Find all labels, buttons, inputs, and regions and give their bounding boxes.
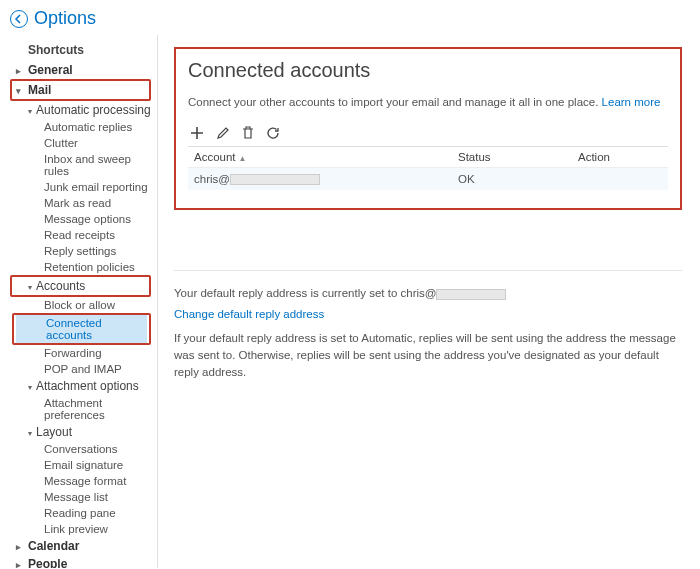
- page-header: Options: [0, 0, 700, 35]
- sidebar-layout[interactable]: Layout: [10, 423, 157, 441]
- page-title: Options: [34, 8, 96, 29]
- sidebar-item-junk-reporting[interactable]: Junk email reporting: [10, 179, 157, 195]
- edit-icon[interactable]: [216, 126, 230, 140]
- sidebar-attachment-options[interactable]: Attachment options: [10, 377, 157, 395]
- learn-more-link[interactable]: Learn more: [602, 96, 661, 108]
- sidebar-item-attachment-prefs[interactable]: Attachment preferences: [10, 395, 157, 423]
- sidebar-item-reading-pane[interactable]: Reading pane: [10, 505, 157, 521]
- highlight-accounts: Accounts: [10, 275, 151, 297]
- col-account[interactable]: Account▲: [188, 147, 452, 168]
- sidebar-item-reply-settings[interactable]: Reply settings: [10, 243, 157, 259]
- sidebar-item-mark-read[interactable]: Mark as read: [10, 195, 157, 211]
- back-button[interactable]: [10, 10, 28, 28]
- sort-icon: ▲: [239, 154, 247, 163]
- col-status[interactable]: Status: [452, 147, 572, 168]
- sidebar-item-clutter[interactable]: Clutter: [10, 135, 157, 151]
- sidebar-item-automatic-replies[interactable]: Automatic replies: [10, 119, 157, 135]
- sidebar-accounts[interactable]: Accounts: [14, 277, 147, 295]
- sidebar-shortcuts[interactable]: Shortcuts: [10, 41, 157, 61]
- panel-description: Connect your other accounts to import yo…: [188, 96, 668, 108]
- sidebar-item-pop-imap[interactable]: POP and IMAP: [10, 361, 157, 377]
- sidebar-item-link-preview[interactable]: Link preview: [10, 521, 157, 537]
- sidebar-item-connected-accounts[interactable]: Connected accounts: [16, 315, 147, 343]
- sidebar-item-read-receipts[interactable]: Read receipts: [10, 227, 157, 243]
- sidebar: Shortcuts General Mail Automatic process…: [0, 35, 158, 568]
- connected-accounts-panel: Connected accounts Connect your other ac…: [174, 47, 682, 210]
- accounts-table: Account▲ Status Action chris@ OK: [188, 146, 668, 190]
- cell-action: [572, 168, 668, 191]
- sidebar-item-inbox-rules[interactable]: Inbox and sweep rules: [10, 151, 157, 179]
- accounts-toolbar: [188, 122, 668, 146]
- default-reply-section: Your default reply address is currently …: [174, 287, 682, 381]
- panel-description-text: Connect your other accounts to import yo…: [188, 96, 602, 108]
- sidebar-mail[interactable]: Mail: [14, 81, 147, 99]
- main-content: Connected accounts Connect your other ac…: [158, 35, 700, 568]
- section-divider: [174, 270, 682, 271]
- sidebar-item-email-signature[interactable]: Email signature: [10, 457, 157, 473]
- cell-account: chris@: [188, 168, 452, 191]
- sidebar-general[interactable]: General: [10, 61, 157, 79]
- highlight-mail: Mail: [10, 79, 151, 101]
- sidebar-item-forwarding[interactable]: Forwarding: [10, 345, 157, 361]
- cell-status: OK: [452, 168, 572, 191]
- sidebar-item-message-format[interactable]: Message format: [10, 473, 157, 489]
- sidebar-auto-processing[interactable]: Automatic processing: [10, 101, 157, 119]
- change-reply-link[interactable]: Change default reply address: [174, 308, 324, 320]
- sidebar-item-conversations[interactable]: Conversations: [10, 441, 157, 457]
- redacted-domain: [230, 174, 320, 185]
- delete-icon[interactable]: [242, 126, 254, 140]
- add-icon[interactable]: [190, 126, 204, 140]
- sidebar-item-retention[interactable]: Retention policies: [10, 259, 157, 275]
- sidebar-calendar[interactable]: Calendar: [10, 537, 157, 555]
- sidebar-people[interactable]: People: [10, 555, 157, 568]
- sidebar-item-message-options[interactable]: Message options: [10, 211, 157, 227]
- sidebar-item-message-list[interactable]: Message list: [10, 489, 157, 505]
- default-reply-note: If your default reply address is set to …: [174, 330, 682, 382]
- panel-title: Connected accounts: [188, 59, 668, 82]
- redacted-address: [436, 289, 506, 300]
- refresh-icon[interactable]: [266, 126, 280, 140]
- default-reply-current: Your default reply address is currently …: [174, 287, 682, 299]
- highlight-connected-accounts: Connected accounts: [12, 313, 151, 345]
- table-row[interactable]: chris@ OK: [188, 168, 668, 191]
- sidebar-item-block-allow[interactable]: Block or allow: [10, 297, 157, 313]
- col-action[interactable]: Action: [572, 147, 668, 168]
